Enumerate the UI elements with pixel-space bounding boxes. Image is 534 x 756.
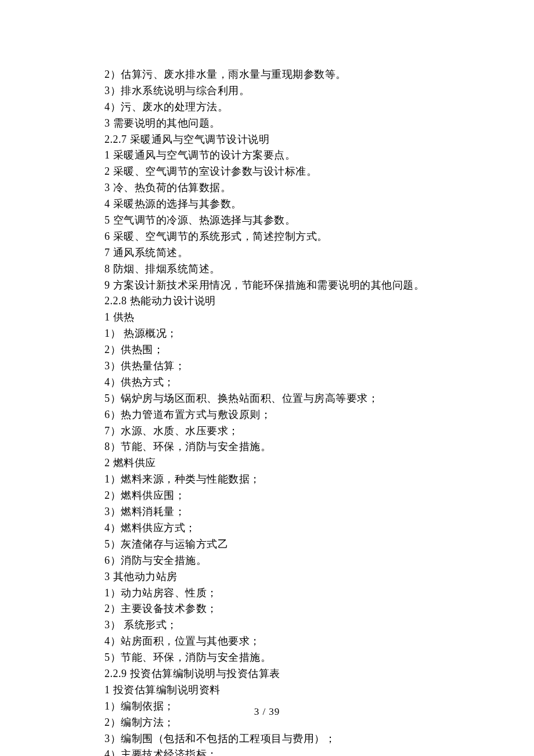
text-line: 3）供热量估算； [104, 358, 430, 375]
text-line: 1 采暖通风与空气调节的设计方案要点。 [104, 147, 430, 164]
text-line: 2）燃料供应围； [104, 488, 430, 504]
text-line: 2）供热围； [104, 342, 430, 358]
text-line: 2 采暖、空气调节的室设计参数与设计标准。 [104, 164, 430, 180]
text-line: 5 空气调节的冷源、热源选择与其参数。 [104, 213, 430, 229]
text-line: 4 采暖热源的选择与其参数。 [104, 196, 430, 213]
text-line: 3 冷、热负荷的估算数据。 [104, 180, 430, 196]
text-line: 1） 热源概况； [104, 326, 430, 342]
text-line: 2.2.8 热能动力设计说明 [104, 293, 430, 309]
text-line: 1）燃料来源，种类与性能数据； [104, 471, 430, 488]
text-line: 3 其他动力站房 [104, 569, 430, 585]
text-line: 2.2.7 采暖通风与空气调节设计说明 [104, 132, 430, 148]
text-line: 8）节能、环保，消防与安全措施。 [104, 439, 430, 455]
text-line: 6）消防与安全措施。 [104, 553, 430, 569]
document-body: 2）估算污、废水排水量，雨水量与重现期参数等。 3）排水系统说明与综合利用。 4… [0, 0, 534, 756]
text-line: 1 供热 [104, 309, 430, 326]
text-line: 2）主要设备技术参数； [104, 601, 430, 617]
text-line: 5）灰渣储存与运输方式乙 [104, 537, 430, 553]
text-line: 3 需要说明的其他问题。 [104, 116, 430, 132]
text-line: 6）热力管道布置方式与敷设原则； [104, 407, 430, 423]
text-line: 6 采暖、空气调节的系统形式，简述控制方式。 [104, 229, 430, 245]
text-line: 2）估算污、废水排水量，雨水量与重现期参数等。 [104, 67, 430, 83]
text-line: 4）污、废水的处理方法。 [104, 99, 430, 116]
text-line: 7）水源、水质、水压要求； [104, 423, 430, 440]
text-line: 4）燃料供应方式； [104, 520, 430, 537]
text-line: 9 方案设计新技术采用情况，节能环保措施和需要说明的其他问题。 [104, 278, 430, 294]
page-number: 3 / 39 [0, 704, 534, 719]
text-line: 5）锅炉房与场区面积、换热站面积、位置与房高等要求； [104, 391, 430, 407]
text-line: 3）燃料消耗量； [104, 504, 430, 520]
text-line: 5）节能、环保，消防与安全措施。 [104, 650, 430, 666]
text-line: 3） 系统形式； [104, 617, 430, 633]
text-line: 8 防烟、排烟系统简述。 [104, 261, 430, 278]
text-line: 3）排水系统说明与综合利用。 [104, 83, 430, 99]
text-line: 4）站房面积，位置与其他要求； [104, 633, 430, 650]
text-line: 1）动力站房容、性质； [104, 585, 430, 602]
text-line: 3）编制围（包括和不包括的工程项目与费用）； [104, 731, 430, 747]
text-line: 7 通风系统简述。 [104, 245, 430, 261]
text-line: 4）供热方式； [104, 375, 430, 391]
text-line: 4）主要技术经济指标； [104, 747, 430, 756]
text-line: 2 燃料供应 [104, 455, 430, 471]
text-line: 2.2.9 投资估算编制说明与投资估算表 [104, 666, 430, 682]
text-line: 1 投资估算编制说明资料 [104, 682, 430, 699]
